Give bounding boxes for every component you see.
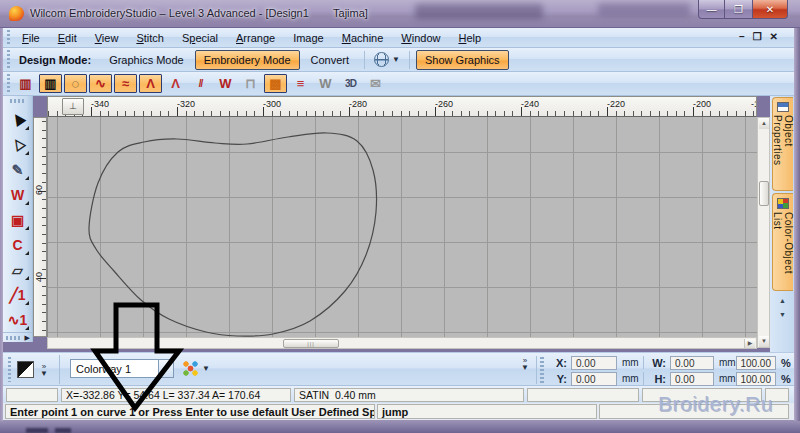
- annotation-arrow: [0, 0, 800, 433]
- broidery-watermark: Broidery.Ru: [658, 392, 773, 416]
- wilcom-embroiderystudio-window: Wilcom EmbroideryStudio – Level 3 Advanc…: [0, 0, 800, 433]
